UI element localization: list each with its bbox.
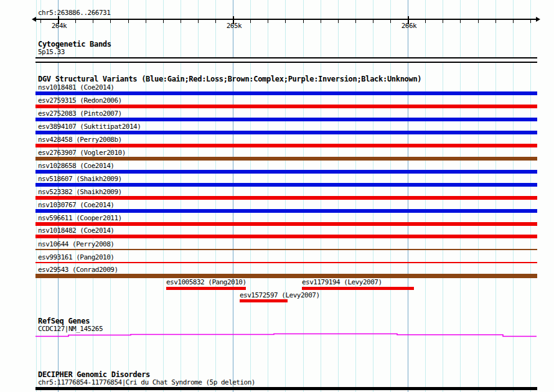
dgv-feature-bar[interactable] [35,144,537,147]
dgv-feature-label[interactable]: esv1572597 (Levy2007) [240,292,320,299]
dgv-feature-label[interactable]: esv1179194 (Levy2007) [302,279,382,286]
ruler-minor-tick [40,20,41,23]
dgv-feature-label[interactable]: nsv596611 (Cooper2011) [38,215,122,222]
dgv-feature-bar[interactable] [35,262,537,263]
ruler-right-arrow-icon [536,17,540,22]
ruler-minor-tick [390,20,391,23]
section-title-dgv: DGV Structural Variants (Blue:Gain;Red:L… [38,75,421,83]
dgv-feature-bar[interactable] [302,287,414,290]
ruler-minor-tick [128,20,129,23]
dgv-feature-bar[interactable] [35,274,537,278]
dgv-feature-bar[interactable] [166,287,246,290]
ruler-minor-tick [303,20,304,23]
dgv-feature-label[interactable]: esv29543 (Conrad2009) [38,266,118,274]
dgv-feature-label[interactable]: nsv1018482 (Coe2014) [38,227,114,235]
ruler-minor-tick [163,20,164,23]
region-label: chr5:263886..266731 [38,9,110,17]
ruler-minor-tick [355,20,356,23]
dgv-feature-bar[interactable] [35,196,537,200]
dgv-feature-bar[interactable] [35,183,537,187]
dgv-feature-label[interactable]: nsv1028658 (Coe2014) [38,162,114,170]
dgv-feature-label[interactable]: nsv518607 (Shaikh2009) [38,175,122,183]
cytoband-label: 5p15.33 [38,49,65,56]
ruler-minor-tick [268,20,268,23]
decipher-entry-bar[interactable] [35,387,537,390]
dgv-feature-bar[interactable] [35,235,537,238]
dgv-feature-bar[interactable] [35,222,537,226]
dgv-feature-label[interactable]: esv2763907 (Vogler2010) [38,149,126,157]
ruler-minor-tick [250,20,251,23]
ruler-minor-tick [321,20,321,23]
genome-browser-panel: chr5:263886..266731 264k265k266k Cytogen… [0,0,554,392]
ruler-minor-tick [338,20,339,23]
ruler-tick-label: 264k [52,22,67,30]
dgv-feature-label[interactable]: nsv1018481 (Coe2014) [38,84,114,91]
ruler-minor-tick [478,20,479,23]
ruler-minor-tick [75,20,76,23]
dgv-feature-label[interactable]: esv2752083 (Pinto2007) [38,110,122,118]
cytoband-box[interactable] [35,57,537,63]
ruler-minor-tick [373,20,373,23]
ruler-minor-tick [93,20,93,23]
ruler-minor-tick [215,20,216,23]
dgv-feature-bar[interactable] [35,118,537,121]
ruler-tick-label: 265k [227,22,242,30]
ruler-minor-tick [495,20,496,23]
dgv-feature-label[interactable]: esv3894107 (Suktitipat2014) [38,123,141,131]
dgv-feature-bar[interactable] [35,209,537,213]
dgv-feature-bar[interactable] [35,157,537,161]
ruler-minor-tick [181,20,181,23]
ruler-minor-tick [460,20,461,23]
dgv-feature-label[interactable]: esv993161 (Pang2010) [38,254,114,261]
dgv-feature-label[interactable]: nsv428458 (Perry2008b) [38,136,122,144]
ruler-minor-tick [285,20,286,23]
ruler-minor-tick [146,20,146,23]
ruler-minor-tick [443,20,443,23]
ruler-tick-label: 266k [401,22,417,30]
dgv-feature-bar[interactable] [35,91,537,95]
dgv-feature-bar[interactable] [35,249,537,250]
ruler-minor-tick [530,20,531,23]
dgv-feature-label[interactable]: nsv523382 (Shaikh2009) [38,189,122,196]
dgv-feature-label[interactable]: nsv1030767 (Coe2014) [38,202,114,209]
decipher-entry-label[interactable]: chr5:11776854-11776854|Cri du Chat Syndr… [38,379,255,386]
ruler-minor-tick [110,20,111,23]
ruler-left-arrow-icon [32,17,36,22]
dgv-feature-bar[interactable] [35,105,537,108]
dgv-feature-bar[interactable] [240,299,288,302]
dgv-feature-bar[interactable] [35,131,537,134]
ruler-minor-tick [425,20,426,23]
refseq-gene-label[interactable]: CCDC127|NM_145265 [38,325,103,333]
dgv-feature-bar[interactable] [35,170,537,174]
dgv-feature-label[interactable]: esv1005832 (Pang2010) [166,279,246,286]
dgv-feature-label[interactable]: esv2759315 (Redon2006) [38,97,122,105]
ruler-minor-tick [198,20,199,23]
dgv-feature-label[interactable]: nsv10644 (Perry2008) [38,241,114,248]
ruler-minor-tick [513,20,514,23]
